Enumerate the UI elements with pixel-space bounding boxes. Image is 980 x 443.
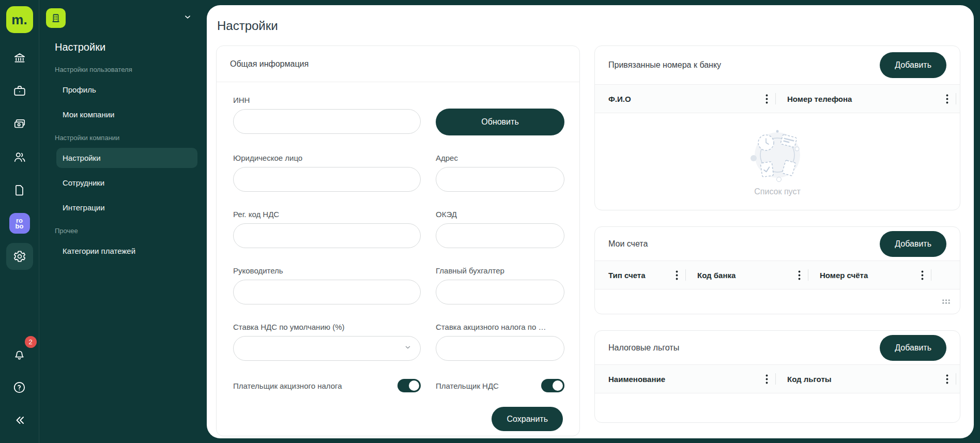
- sidebar-item-employees[interactable]: Сотрудники: [56, 173, 197, 193]
- add-bank-number-button[interactable]: Добавить: [880, 52, 946, 78]
- briefcase-icon: [13, 84, 26, 98]
- column-header-bank-code: Код банка: [697, 271, 736, 280]
- column-header-benefit-code: Код льготы: [787, 375, 832, 384]
- legal-entity-field[interactable]: [233, 167, 421, 192]
- sidebar-item-settings[interactable]: Настройки: [56, 148, 197, 168]
- sidebar-item-profile[interactable]: Профиль: [56, 80, 197, 100]
- toggle-knob: [553, 380, 563, 391]
- column-divider: [956, 93, 956, 104]
- column-divider: [931, 269, 931, 281]
- card-title: Мои счета: [608, 239, 648, 249]
- address-label: Адрес: [436, 154, 564, 162]
- empty-list-text: Список пуст: [754, 187, 801, 196]
- rail-item-collapse[interactable]: [6, 407, 33, 434]
- rail-item-help[interactable]: [6, 374, 33, 401]
- empty-list: Список пуст: [595, 113, 960, 210]
- accounts-card: Мои счета Добавить Тип счета Код банка: [594, 226, 960, 314]
- table-header: Наименование Код льготы: [595, 365, 960, 393]
- oked-label: ОКЭД: [436, 210, 564, 219]
- inn-label: ИНН: [233, 96, 421, 104]
- column-header-name: Наименование: [608, 375, 665, 384]
- general-info-card: Общая информация ИНН Обновить Юридическо…: [216, 45, 580, 436]
- column-header-phone: Номер телефона: [787, 95, 852, 103]
- vat-reg-code-field[interactable]: [233, 223, 421, 248]
- page-title: Настройки: [217, 19, 963, 33]
- app-logo[interactable]: m.: [6, 6, 33, 33]
- building-icon: [50, 12, 62, 24]
- column-menu-icon[interactable]: [672, 270, 685, 280]
- rail-item-bank[interactable]: [6, 44, 33, 71]
- excise-payer-toggle[interactable]: [397, 379, 421, 392]
- users-icon: [13, 150, 26, 164]
- collapse-sidebar-icon: [13, 414, 26, 427]
- table-header: Тип счета Код банка Номер сч: [595, 261, 960, 289]
- rail-item-wallet[interactable]: [6, 111, 33, 138]
- rail-item-notifications[interactable]: 2: [6, 341, 33, 368]
- section-label-user-settings: Настройки пользователя: [55, 66, 207, 73]
- oked-field[interactable]: [436, 223, 564, 248]
- column-header-account-number: Номер счёта: [820, 271, 868, 280]
- icon-rail: m.: [0, 0, 39, 443]
- vat-payer-label: Плательщик НДС: [436, 381, 499, 390]
- column-header-fio: Ф.И.О: [608, 95, 631, 103]
- rail-item-documents[interactable]: [6, 177, 33, 204]
- bank-icon: [13, 51, 26, 65]
- tax-benefits-card: Налоговые льготы Добавить Наименование К…: [594, 330, 960, 423]
- column-menu-icon[interactable]: [795, 270, 808, 280]
- save-button[interactable]: Сохранить: [492, 407, 563, 431]
- empty-list-illustration: [746, 127, 808, 185]
- sidebar-item-integrations[interactable]: Интеграции: [56, 197, 197, 218]
- sidebar-item-my-companies[interactable]: Мои компании: [56, 104, 197, 125]
- rail-item-briefcase[interactable]: [6, 78, 33, 104]
- company-avatar: [46, 8, 66, 28]
- chief-accountant-field[interactable]: [436, 280, 564, 304]
- rail-item-robo[interactable]: robo: [6, 210, 33, 237]
- toggle-knob: [409, 380, 419, 391]
- card-title: Общая информация: [230, 59, 309, 69]
- drag-handle-icon[interactable]: [942, 299, 951, 304]
- settings-gear-icon: [13, 250, 26, 263]
- bell-icon: [12, 347, 26, 361]
- legal-entity-label: Юридическое лицо: [233, 154, 421, 162]
- settings-sidebar: Настройки Настройки пользователя Профиль…: [39, 0, 207, 443]
- excise-rate-field[interactable]: [436, 336, 564, 361]
- column-divider: [956, 373, 956, 385]
- section-label-company-settings: Настройки компании: [55, 134, 207, 142]
- help-icon: [12, 380, 26, 394]
- sidebar-title: Настройки: [55, 41, 207, 53]
- rail-item-users[interactable]: [6, 144, 33, 171]
- main-panel: Настройки Общая информация ИНН Обновить: [207, 5, 974, 438]
- vat-rate-label: Ставка НДС по умолчанию (%): [233, 323, 421, 331]
- update-button[interactable]: Обновить: [436, 109, 564, 135]
- chief-accountant-label: Главный бухгалтер: [436, 266, 564, 275]
- column-menu-icon[interactable]: [943, 374, 956, 384]
- column-header-account-type: Тип счета: [608, 271, 646, 280]
- vat-reg-code-label: Рег. код НДС: [233, 210, 421, 219]
- account-row: [595, 289, 960, 314]
- sidebar-item-payment-categories[interactable]: Категории платежей: [56, 241, 197, 261]
- add-tax-benefit-button[interactable]: Добавить: [880, 335, 946, 361]
- director-field[interactable]: [233, 280, 421, 304]
- wallet-icon: [13, 117, 26, 131]
- table-header: Ф.И.О Номер телефона: [595, 85, 960, 113]
- inn-field[interactable]: [233, 109, 421, 134]
- vat-rate-select[interactable]: [233, 336, 421, 361]
- empty-row: [595, 393, 960, 422]
- excise-rate-label: Ставка акцизного налога по …: [436, 323, 564, 331]
- bank-numbers-card: Привязанные номера к банку Добавить Ф.И.…: [594, 45, 960, 210]
- add-account-button[interactable]: Добавить: [880, 231, 946, 257]
- column-menu-icon[interactable]: [943, 94, 956, 104]
- card-title: Налоговые льготы: [608, 343, 679, 353]
- notifications-badge: 2: [25, 336, 37, 348]
- column-menu-icon[interactable]: [762, 94, 775, 104]
- chevron-down-icon: [183, 12, 192, 24]
- rail-item-settings[interactable]: [6, 243, 33, 270]
- card-title: Привязанные номера к банку: [608, 60, 721, 70]
- company-selector[interactable]: [46, 8, 192, 28]
- column-menu-icon[interactable]: [918, 270, 931, 280]
- column-menu-icon[interactable]: [762, 374, 775, 384]
- robo-app-icon: robo: [9, 213, 30, 234]
- address-field[interactable]: [436, 167, 564, 192]
- section-label-other: Прочее: [55, 227, 207, 235]
- vat-payer-toggle[interactable]: [541, 379, 564, 392]
